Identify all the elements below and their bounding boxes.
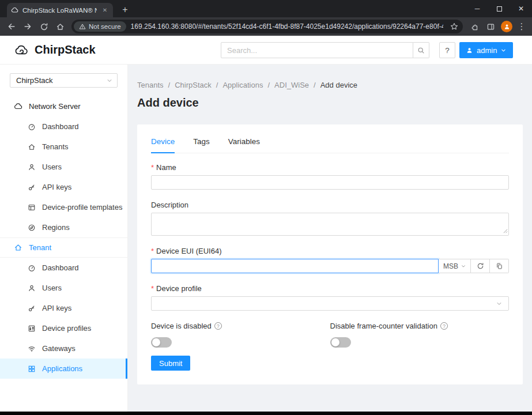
side-panel-icon[interactable]	[483, 19, 498, 34]
sidebar-item-label: Device-profile templates	[42, 203, 122, 212]
chevron-down-icon	[496, 301, 502, 307]
breadcrumb-application-adi-wise[interactable]: ADI_WiSe	[274, 81, 309, 89]
window-bottom-edge	[0, 412, 532, 415]
sidebar-item-label: Gateways	[42, 344, 76, 353]
extensions-icon[interactable]	[467, 19, 482, 34]
breadcrumb-tenants[interactable]: Tenants	[137, 81, 164, 89]
organization-selector[interactable]: ChirpStack	[10, 73, 118, 88]
organization-selector-value: ChirpStack	[16, 76, 53, 85]
appstore-icon	[28, 365, 36, 373]
sidebar-item-label: Users	[42, 284, 62, 292]
breadcrumb-applications[interactable]: Applications	[222, 81, 263, 89]
breadcrumb: Tenants / ChirpStack / Applications / AD…	[137, 81, 523, 89]
sliders-icon	[28, 325, 36, 333]
required-asterisk: *	[151, 247, 154, 255]
frame-counter-toggle[interactable]	[330, 337, 351, 348]
url-text[interactable]: 169.254.160.36:8080/#/tenants/52f14cd4-c…	[131, 22, 443, 31]
tab-close-icon[interactable]: ✕	[101, 7, 109, 13]
description-textarea[interactable]	[151, 213, 509, 236]
chirpstack-favicon-icon	[11, 6, 18, 14]
breadcrumb-separator: /	[267, 81, 270, 89]
reload-button[interactable]	[36, 19, 51, 34]
app-header: ChirpStack ? admin	[0, 36, 532, 65]
device-profile-select[interactable]	[151, 296, 509, 311]
key-icon	[28, 183, 36, 191]
device-disabled-toggle[interactable]	[151, 337, 172, 348]
add-device-card: Device Tags Variables * Name Des	[137, 124, 523, 384]
submit-button[interactable]: Submit	[151, 356, 190, 371]
browser-menu-icon[interactable]: ⋮	[515, 21, 528, 32]
search-button[interactable]	[413, 42, 429, 58]
bookmark-star-icon[interactable]	[448, 22, 461, 31]
tab-device[interactable]: Device	[151, 134, 175, 153]
chevron-down-icon	[107, 78, 112, 84]
sidebar-item-tenant-device-profiles[interactable]: Device profiles	[0, 318, 127, 338]
sidebar: ChirpStack Network Server Dashboard	[0, 65, 128, 412]
sidebar-item-ns-dashboard[interactable]: Dashboard	[0, 116, 127, 137]
sidebar-item-label: API keys	[42, 304, 71, 312]
sidebar-item-label: Regions	[42, 223, 70, 232]
byte-order-select[interactable]: MSB	[439, 259, 471, 273]
sidebar-group-tenant[interactable]: Tenant	[0, 237, 127, 258]
sidebar-item-tenant-applications[interactable]: Applications	[0, 359, 127, 379]
maximize-button[interactable]	[488, 0, 510, 17]
browser-tab[interactable]: ChirpStack LoRaWAN® Netwo... ✕	[7, 3, 113, 17]
sidebar-item-label: Users	[42, 163, 62, 171]
forward-button[interactable]	[20, 19, 35, 34]
sidebar-group-label: Network Server	[29, 102, 81, 111]
home-button[interactable]	[52, 19, 67, 34]
help-button[interactable]: ?	[439, 42, 455, 58]
sidebar-item-ns-regions[interactable]: Regions	[0, 217, 127, 237]
main-content: Tenants / ChirpStack / Applications / AD…	[128, 65, 532, 412]
dashboard-icon	[28, 123, 36, 131]
global-search	[221, 42, 429, 58]
new-tab-button[interactable]: +	[119, 3, 131, 16]
admin-menu-button[interactable]: admin	[459, 42, 513, 58]
minimize-button[interactable]: ─	[466, 0, 488, 17]
chevron-down-icon	[501, 48, 506, 53]
name-input[interactable]	[151, 175, 509, 190]
sidebar-item-ns-tenants[interactable]: Tenants	[0, 137, 127, 157]
add-device-form: * Name Description	[151, 153, 509, 371]
chirpstack-logo[interactable]: ChirpStack	[13, 43, 96, 57]
sidebar-item-label: Dashboard	[42, 122, 79, 131]
breadcrumb-separator: /	[168, 81, 171, 89]
reload-icon	[477, 262, 484, 270]
sidebar-item-tenant-gateways[interactable]: Gateways	[0, 338, 127, 359]
chirpstack-cloud-icon	[13, 43, 30, 57]
admin-label: admin	[477, 46, 497, 55]
browser-window: ChirpStack LoRaWAN® Netwo... ✕ + ─ ✕	[0, 0, 532, 415]
question-circle-icon[interactable]: ?	[440, 322, 448, 330]
home-icon	[14, 243, 22, 252]
sidebar-item-tenant-dashboard[interactable]: Dashboard	[0, 258, 127, 278]
browser-profile-avatar[interactable]	[501, 21, 512, 32]
sidebar-item-ns-api-keys[interactable]: API keys	[0, 177, 127, 197]
compass-icon	[28, 224, 36, 232]
tab-title: ChirpStack LoRaWAN® Netwo...	[22, 7, 97, 14]
sidebar-item-ns-users[interactable]: Users	[0, 157, 127, 177]
security-chip[interactable]: Not secure	[74, 21, 126, 32]
toggle-knob	[331, 338, 339, 346]
generate-eui-button[interactable]	[471, 259, 490, 273]
dev-eui-input[interactable]	[151, 259, 439, 273]
breadcrumb-tenant-chirpstack[interactable]: ChirpStack	[175, 81, 212, 89]
search-input[interactable]	[221, 42, 413, 58]
sidebar-group-network-server[interactable]: Network Server	[0, 96, 127, 116]
copy-icon	[496, 262, 503, 270]
address-bar[interactable]: Not secure 169.254.160.36:8080/#/tenants…	[71, 20, 463, 33]
tab-tags[interactable]: Tags	[193, 134, 210, 153]
device-profile-label: * Device profile	[151, 284, 509, 293]
sidebar-item-label: Device profiles	[42, 324, 91, 333]
home-icon	[28, 143, 36, 151]
maximize-icon	[497, 6, 502, 12]
back-button[interactable]	[4, 19, 19, 34]
sidebar-item-tenant-api-keys[interactable]: API keys	[0, 298, 127, 318]
sidebar-item-tenant-users[interactable]: Users	[0, 278, 127, 298]
frame-counter-label: Disable frame-counter validation ?	[330, 322, 510, 330]
sidebar-item-label: API keys	[42, 183, 71, 191]
question-circle-icon[interactable]: ?	[214, 322, 222, 330]
copy-eui-button[interactable]	[490, 259, 509, 273]
tab-variables[interactable]: Variables	[228, 134, 260, 153]
sidebar-item-ns-device-profile-templates[interactable]: Device-profile templates	[0, 197, 127, 217]
close-button[interactable]: ✕	[510, 0, 532, 17]
